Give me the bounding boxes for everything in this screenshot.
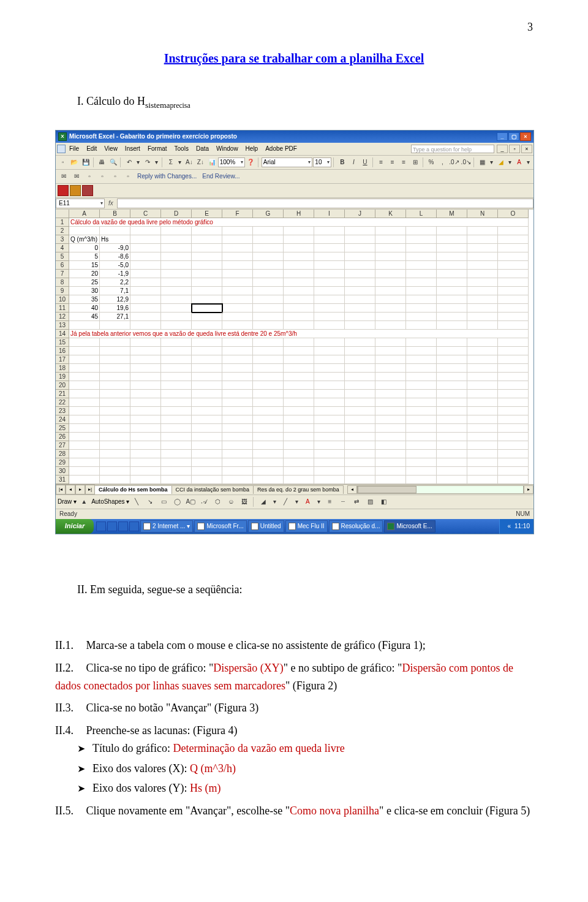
new-icon[interactable]: ▫ (58, 157, 69, 168)
shadow-icon[interactable]: ▨ (364, 496, 376, 507)
menu-help[interactable]: Help (246, 144, 258, 154)
save-icon[interactable]: 💾 (80, 157, 91, 168)
mdi-minimize[interactable]: _ (497, 145, 508, 153)
menu-format[interactable]: Format (148, 144, 167, 154)
undo-icon[interactable]: ↶ (124, 157, 135, 168)
align-center-icon[interactable]: ≡ (387, 157, 398, 168)
scroll-left-arrow[interactable]: ◂ (347, 485, 357, 494)
start-button[interactable]: Iniciar (56, 519, 94, 534)
align-right-icon[interactable]: ≡ (398, 157, 409, 168)
tab-last[interactable]: ▸| (85, 485, 95, 495)
pdf-icon-3[interactable] (82, 185, 93, 196)
task-excel[interactable]: Microsoft E... (384, 520, 435, 532)
diagram-icon[interactable]: ⬡ (211, 496, 224, 507)
fillcolor-draw-icon[interactable]: ◢ (257, 496, 270, 507)
rv-icon-6[interactable]: ▫ (122, 171, 134, 182)
sort-asc-icon[interactable]: A↓ (184, 157, 195, 168)
sort-desc-icon[interactable]: Z↓ (195, 157, 206, 168)
menu-edit[interactable]: Edit (86, 144, 97, 154)
rv-icon[interactable]: ✉ (58, 171, 70, 182)
ql-ie-icon[interactable] (96, 521, 106, 531)
reply-changes-link[interactable]: Reply with Changes... (137, 172, 197, 181)
rv-icon-5[interactable]: ▫ (109, 171, 121, 182)
select-arrow-icon[interactable]: ▲ (78, 496, 90, 507)
rv-icon-3[interactable]: ▫ (83, 171, 96, 182)
fill-color-icon[interactable]: ◢ (496, 157, 507, 168)
line-icon[interactable]: ╲ (130, 496, 143, 507)
pdf-icon-2[interactable] (70, 185, 81, 196)
undo-dropdown[interactable]: ▾ (135, 157, 142, 168)
name-box[interactable]: E11 (56, 199, 105, 208)
tab-next[interactable]: ▸ (75, 485, 85, 495)
font-combo[interactable]: Arial (262, 157, 313, 167)
dashstyle-icon[interactable]: ┄ (337, 496, 349, 507)
clipart-icon[interactable]: ☺ (225, 496, 237, 507)
decrease-decimal-icon[interactable]: .0↘ (461, 157, 472, 168)
underline-icon[interactable]: U (360, 157, 371, 168)
merge-icon[interactable]: ⊞ (410, 157, 421, 168)
menu-insert[interactable]: Insert (125, 144, 140, 154)
linecolor-icon[interactable]: ╱ (279, 496, 292, 507)
oval-icon[interactable]: ◯ (171, 496, 183, 507)
pdf-icon-1[interactable] (58, 185, 69, 196)
preview-icon[interactable]: 🔍 (108, 157, 119, 168)
redo-dropdown[interactable]: ▾ (154, 157, 160, 168)
sheet-tab-3[interactable]: Res da eq. do 2 grau sem bomba (253, 485, 344, 494)
fontcolor-draw-icon[interactable]: A (301, 496, 314, 507)
task-internet[interactable]: 2 Internet ... ▾ (140, 520, 193, 532)
tab-prev[interactable]: ◂ (66, 485, 75, 495)
maximize-button[interactable]: ▢ (508, 132, 519, 141)
menu-file[interactable]: File (69, 144, 79, 154)
menu-tools[interactable]: Tools (175, 144, 189, 154)
textbox-icon[interactable]: A▢ (184, 496, 197, 507)
rv-icon-4[interactable]: ▫ (96, 171, 108, 182)
sheet-tab-2[interactable]: CCI da instalação sem bomba (172, 485, 254, 494)
ql-wmp-icon[interactable] (129, 521, 139, 531)
task-untitled[interactable]: Untitled (248, 520, 284, 532)
autoshapes-menu[interactable]: AutoShapes ▾ (91, 497, 129, 507)
mdi-restore[interactable]: ▫ (509, 145, 520, 153)
ql-desktop-icon[interactable] (118, 521, 128, 531)
menu-adobe-pdf[interactable]: Adobe PDF (265, 144, 297, 154)
italic-icon[interactable]: I (349, 157, 360, 168)
open-icon[interactable]: 📂 (69, 157, 80, 168)
fontsize-combo[interactable]: 10 (313, 157, 331, 167)
formula-bar[interactable] (117, 199, 533, 208)
zoom-combo[interactable]: 100% (218, 157, 245, 167)
bold-icon[interactable]: B (337, 157, 348, 168)
wordart-icon[interactable]: 𝒜 (198, 496, 210, 507)
doc-title-link[interactable]: Instruções para se trabalhar com a plani… (55, 48, 533, 68)
minimize-button[interactable]: _ (497, 132, 508, 141)
tab-first[interactable]: |◂ (56, 485, 66, 495)
redo-icon[interactable]: ↷ (142, 157, 153, 168)
menu-view[interactable]: View (104, 144, 118, 154)
spreadsheet-grid[interactable]: ABCDEFGHIJKLMNO1Cálculo da vazão de qued… (56, 210, 533, 484)
close-button[interactable]: × (520, 132, 531, 141)
increase-decimal-icon[interactable]: .0↗ (448, 157, 459, 168)
autosum-dropdown[interactable]: ▾ (177, 157, 184, 168)
rect-icon[interactable]: ▭ (157, 496, 170, 507)
picture-icon[interactable]: 🖼 (238, 496, 251, 507)
linestyle-icon[interactable]: ≡ (323, 496, 336, 507)
horizontal-scrollbar[interactable]: ◂ ▸ (347, 485, 533, 494)
border-icon[interactable]: ▦ (477, 157, 488, 168)
percent-icon[interactable]: % (426, 157, 437, 168)
task-frontpage[interactable]: Microsoft Fr... (194, 520, 247, 532)
ql-oe-icon[interactable] (107, 521, 117, 531)
help-search-box[interactable]: Type a question for help (411, 145, 494, 153)
end-review-link[interactable]: End Review... (202, 172, 239, 181)
tray-chevron[interactable]: « (507, 521, 511, 531)
font-color-icon[interactable]: A (514, 157, 525, 168)
autosum-icon[interactable]: Σ (165, 157, 176, 168)
3d-icon[interactable]: ◧ (377, 496, 390, 507)
mdi-close[interactable]: × (521, 145, 532, 153)
align-left-icon[interactable]: ≡ (375, 157, 386, 168)
rv-icon-2[interactable]: ✉ (70, 171, 83, 182)
print-icon[interactable]: 🖶 (96, 157, 107, 168)
help-icon[interactable]: ❓ (246, 157, 257, 168)
arrow-icon[interactable]: ↘ (144, 496, 156, 507)
task-mecflu[interactable]: Mec Flu II (285, 520, 328, 532)
comma-icon[interactable]: , (437, 157, 448, 168)
task-resolucao[interactable]: Resolução d... (329, 520, 383, 532)
draw-menu[interactable]: Draw ▾ (58, 497, 77, 507)
